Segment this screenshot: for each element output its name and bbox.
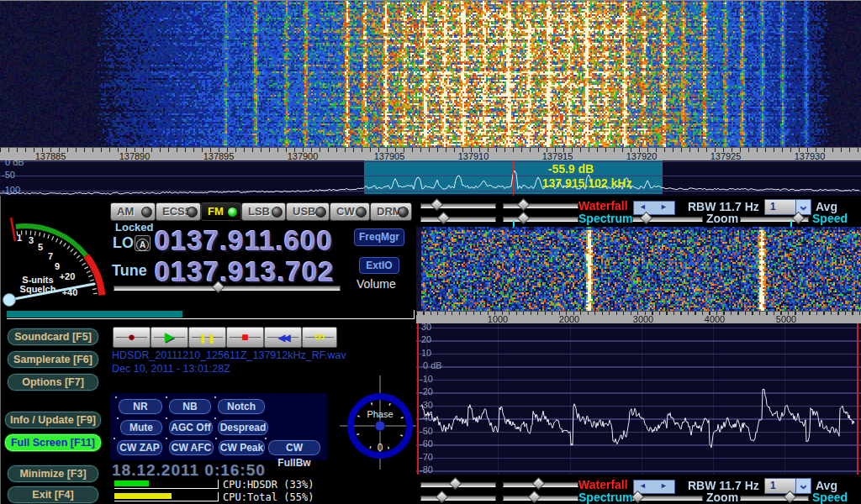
mode-fm-button[interactable]: FM: [201, 202, 241, 221]
main-frequency-ruler[interactable]: 137885 137890 137895 137900 137905 13791…: [0, 147, 861, 161]
despread-button[interactable]: Despread: [217, 419, 269, 436]
phase-center-dot: [375, 421, 385, 431]
cursor-db-readout: -55.9 dB: [548, 162, 594, 176]
scroll-left-icon[interactable]: ◄: [639, 202, 647, 211]
lo-frequency-display[interactable]: 0137.911.600: [155, 225, 333, 257]
notch-button[interactable]: Notch: [217, 398, 266, 415]
zoom-label-bottom: Zoom: [706, 491, 738, 504]
stop-button[interactable]: ■: [226, 327, 264, 348]
options-button[interactable]: Options [F7]: [7, 373, 99, 391]
slider-thumb[interactable]: [517, 198, 531, 212]
mode-label: FM: [208, 205, 224, 218]
sp-contrast-slider-bottom[interactable]: [503, 496, 578, 501]
rewind-button[interactable]: ◀◀: [264, 327, 302, 348]
lo-assign-button[interactable]: A: [135, 235, 151, 251]
mode-am-button[interactable]: AM: [110, 202, 156, 221]
record-button[interactable]: ●: [113, 327, 151, 348]
recording-timestamp: Dec 10, 2011 - 13:01:28Z: [112, 363, 230, 375]
smeter-scale-label: 1: [17, 233, 22, 243]
mode-cw-button[interactable]: CW: [330, 202, 370, 221]
cpu-total-bar: [114, 492, 219, 501]
nr-button[interactable]: NR: [118, 398, 163, 415]
main-waterfall[interactable]: [0, 1, 861, 147]
phase-value: 0: [378, 442, 383, 454]
mute-button[interactable]: Mute: [119, 419, 163, 436]
slider-thumb[interactable]: [532, 477, 546, 491]
avg-dropdown-top[interactable]: 1 ⌄: [764, 199, 811, 215]
nb-button[interactable]: NB: [168, 398, 212, 415]
smeter-scale-label: +20: [60, 271, 76, 281]
cw-fullbw-button[interactable]: CW FullBw: [267, 439, 321, 456]
agc-button[interactable]: AGC Off: [168, 419, 214, 436]
spectrum-label-bottom: Spectrum: [578, 491, 633, 504]
extio-button[interactable]: ExtIO: [359, 257, 399, 274]
sp-brightness-slider-top[interactable]: [420, 217, 496, 222]
wf-contrast-slider-top[interactable]: [503, 203, 578, 208]
volume-slider[interactable]: [114, 286, 341, 291]
speed-slider-bottom[interactable]: [740, 496, 809, 501]
speed-slider-top[interactable]: [740, 217, 809, 222]
level-bar-track[interactable]: [7, 310, 415, 319]
minimize-button[interactable]: Minimize [F3]: [7, 465, 99, 483]
mode-lsb-button[interactable]: LSB: [241, 202, 286, 221]
tune-frequency-display[interactable]: 0137.913.702: [155, 256, 335, 288]
fullscreen-button[interactable]: Full Screen [F11]: [4, 433, 102, 452]
phase-dial[interactable]: Phase 0: [340, 375, 420, 470]
mode-usb-button[interactable]: USB: [286, 202, 330, 221]
phase-label: Phase: [367, 409, 393, 419]
band-scrollbar-top[interactable]: ◄ ►: [633, 201, 675, 215]
s-meter[interactable]: 1 3 5 7 9 +20 +40 S-units Squelch: [2, 213, 108, 315]
wf-brightness-slider-bottom[interactable]: [420, 482, 496, 487]
cpu-total-text: CPU:Total (55%): [223, 491, 314, 503]
hdsdr-window: 137885 137890 137895 137900 137905 13791…: [0, 0, 861, 504]
freqmgr-button[interactable]: FreqMgr: [354, 228, 404, 246]
local-datetime: 18.12.2011 0:16:50: [112, 461, 266, 480]
recording-filename: HDSDR_20111210_125611Z_137912kHz_RF.wav: [112, 349, 346, 361]
slider-thumb[interactable]: [437, 212, 451, 225]
cw-zap-button[interactable]: CW ZAP: [116, 439, 163, 456]
lo-label: LO: [113, 234, 134, 252]
slider-thumb[interactable]: [528, 491, 541, 504]
slider-thumb[interactable]: [436, 491, 449, 504]
zoom-slider-top[interactable]: [632, 217, 703, 222]
play-button[interactable]: ▶: [151, 327, 188, 348]
dropdown-arrow-icon[interactable]: ⌄: [795, 479, 811, 493]
mode-ecss-button[interactable]: ECSS: [156, 202, 201, 221]
stop-icon: ■: [241, 330, 248, 344]
mode-label: LSB: [248, 205, 270, 218]
spectrum-label-top: Spectrum: [578, 212, 633, 225]
samplerate-button[interactable]: Samplerate [F6]: [7, 350, 99, 369]
pause-button[interactable]: ❚❚: [188, 327, 226, 348]
zoom-spectrum[interactable]: 30 20 10 0 dB -10 -20 -30 -40 -50 -60 -7…: [416, 323, 861, 475]
wf-brightness-slider-top[interactable]: [420, 203, 496, 208]
info-update-button[interactable]: Info / Update [F9]: [4, 411, 102, 429]
zoom-frequency-ruler[interactable]: 1000 2000 3000 4000 5000: [416, 311, 861, 324]
zoom-waterfall[interactable]: [416, 227, 861, 311]
zoom-slider-bottom[interactable]: [632, 496, 703, 501]
avg-dropdown-value: 1: [770, 201, 776, 213]
overview-spectrum[interactable]: 0 dB -50 -100 -55.9 dB 137.915.102 kHz: [0, 160, 861, 196]
wf-contrast-slider-bottom[interactable]: [503, 482, 578, 487]
cw-afc-button[interactable]: CW AFC: [168, 439, 214, 456]
scroll-right-icon[interactable]: ►: [660, 202, 668, 211]
slider-thumb[interactable]: [517, 212, 531, 225]
slider-thumb[interactable]: [449, 477, 462, 491]
cpu-hdsdr-fill: [114, 480, 149, 486]
mode-led-icon: [356, 207, 367, 218]
mode-drm-button[interactable]: DRM: [370, 202, 412, 221]
avg-dropdown-value: 1: [770, 480, 776, 491]
slider-thumb[interactable]: [430, 198, 444, 212]
loop-button[interactable]: ∞: [302, 327, 337, 348]
scroll-left-icon[interactable]: ◄: [639, 481, 647, 490]
scroll-right-icon[interactable]: ►: [660, 481, 668, 490]
channel-marker-icon[interactable]: [790, 221, 792, 227]
cw-peak-button[interactable]: CW Peak: [218, 439, 266, 456]
channel-marker-icon[interactable]: [513, 221, 515, 227]
soundcard-button[interactable]: Soundcard [F5]: [7, 328, 99, 346]
speed-label-top: Speed: [812, 212, 848, 225]
mode-led-icon: [315, 207, 326, 218]
exit-button[interactable]: Exit [F4]: [7, 486, 99, 504]
sp-brightness-slider-bottom[interactable]: [420, 496, 496, 501]
tune-cursor-line[interactable]: [513, 160, 514, 196]
rewind-icon: ◀◀: [277, 332, 288, 344]
